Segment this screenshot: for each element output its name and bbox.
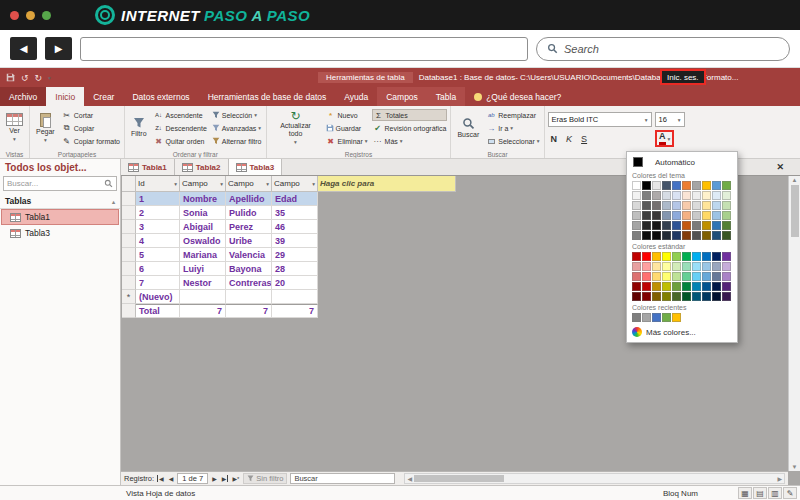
color-swatch[interactable]	[672, 292, 681, 301]
save-icon[interactable]	[6, 73, 15, 82]
remove-sort-button[interactable]: ✖Quitar orden	[153, 135, 208, 147]
add-field-header[interactable]: Haga clic para	[318, 176, 456, 192]
color-swatch[interactable]	[662, 292, 671, 301]
color-swatch[interactable]	[692, 211, 701, 220]
color-swatch[interactable]	[662, 181, 671, 190]
color-swatch[interactable]	[692, 272, 701, 281]
datasheet-cell[interactable]: Abigail	[180, 220, 226, 234]
column-header-id[interactable]: Id▾	[136, 176, 180, 192]
save-record-button[interactable]: Guardar	[325, 122, 369, 134]
color-swatch[interactable]	[682, 272, 691, 281]
color-swatch[interactable]	[722, 181, 731, 190]
color-swatch[interactable]	[662, 252, 671, 261]
color-swatch[interactable]	[692, 201, 701, 210]
automatic-color-option[interactable]: Automático	[632, 155, 732, 170]
datasheet-cell[interactable]: 39	[272, 234, 318, 248]
color-swatch[interactable]	[632, 201, 641, 210]
color-swatch[interactable]	[672, 313, 681, 322]
datasheet-cell[interactable]: Total	[136, 304, 180, 318]
color-swatch[interactable]	[642, 292, 651, 301]
chevron-down-icon[interactable]: ▾	[48, 75, 51, 81]
color-swatch[interactable]	[662, 262, 671, 271]
color-swatch[interactable]	[692, 282, 701, 291]
datasheet-cell[interactable]: Valencia	[226, 248, 272, 262]
horizontal-scrollbar[interactable]: ◀ ▶	[404, 473, 785, 484]
datasheet-cell[interactable]: Sonia	[180, 206, 226, 220]
row-selector[interactable]	[122, 276, 136, 290]
color-swatch[interactable]	[722, 211, 731, 220]
more-colors-option[interactable]: Más colores...	[632, 327, 732, 337]
find-button[interactable]: Buscar	[454, 108, 482, 148]
row-selector[interactable]	[122, 248, 136, 262]
color-swatch[interactable]	[712, 272, 721, 281]
tab-crear[interactable]: Crear	[84, 87, 123, 106]
color-swatch[interactable]	[642, 201, 651, 210]
color-swatch[interactable]	[632, 262, 641, 271]
pivot-view-button[interactable]: ▤	[753, 487, 767, 499]
previous-record-button[interactable]: ◀	[168, 475, 175, 482]
color-swatch[interactable]	[712, 252, 721, 261]
refresh-all-button[interactable]: ↻ Actualizar todo ▾	[270, 108, 322, 148]
row-selector[interactable]	[122, 262, 136, 276]
more-records-button[interactable]: ···Más▾	[372, 135, 448, 147]
color-swatch[interactable]	[662, 272, 671, 281]
color-swatch[interactable]	[702, 201, 711, 210]
color-swatch[interactable]	[672, 282, 681, 291]
address-input[interactable]	[80, 37, 528, 61]
color-swatch[interactable]	[712, 292, 721, 301]
nav-item-tabla3[interactable]: Tabla3	[2, 226, 118, 240]
color-swatch[interactable]	[662, 191, 671, 200]
paste-button[interactable]: Pegar ▾	[33, 108, 58, 148]
column-header-campo1[interactable]: Campo▾	[180, 176, 226, 192]
datasheet-cell[interactable]: 7	[226, 304, 272, 318]
color-swatch[interactable]	[722, 262, 731, 271]
forward-button[interactable]: ▶	[45, 37, 72, 60]
doc-tab-tabla2[interactable]: Tabla2	[175, 159, 229, 175]
datasheet-cell[interactable]: Oswaldo	[180, 234, 226, 248]
undo-icon[interactable]: ↺	[21, 73, 29, 83]
tab-tabla[interactable]: Tabla	[427, 87, 465, 106]
color-swatch[interactable]	[652, 292, 661, 301]
chart-view-button[interactable]: ▥	[768, 487, 782, 499]
datasheet-cell[interactable]: Perez	[226, 220, 272, 234]
filter-button[interactable]: Filtro	[128, 108, 150, 148]
new-record-button[interactable]: *Nuevo	[325, 109, 369, 121]
datasheet-cell[interactable]: 46	[272, 220, 318, 234]
color-swatch[interactable]	[642, 231, 651, 240]
tab-campos[interactable]: Campos	[377, 87, 427, 106]
row-selector[interactable]	[122, 220, 136, 234]
sign-in-button[interactable]: Inic. ses.	[660, 69, 706, 85]
row-selector[interactable]: *	[122, 290, 136, 304]
color-swatch[interactable]	[632, 211, 641, 220]
advanced-button[interactable]: Avanzadas▾	[211, 122, 263, 134]
filter-state-button[interactable]: Sin filtro	[243, 473, 287, 484]
row-selector[interactable]	[122, 206, 136, 220]
color-swatch[interactable]	[632, 272, 641, 281]
totals-button[interactable]: ΣTotales	[372, 109, 448, 121]
tab-herramientas-bd[interactable]: Herramientas de base de datos	[199, 87, 336, 106]
datasheet-cell[interactable]: 4	[136, 234, 180, 248]
color-swatch[interactable]	[722, 272, 731, 281]
color-swatch[interactable]	[702, 181, 711, 190]
tab-archivo[interactable]: Archivo	[0, 87, 46, 106]
minimize-dot-icon[interactable]	[26, 11, 35, 20]
bold-button[interactable]: N	[548, 134, 561, 144]
color-swatch[interactable]	[632, 231, 641, 240]
color-swatch[interactable]	[712, 181, 721, 190]
datasheet-cell[interactable]: 29	[272, 248, 318, 262]
color-swatch[interactable]	[682, 262, 691, 271]
color-swatch[interactable]	[652, 181, 661, 190]
scroll-right-icon[interactable]: ▶	[777, 475, 782, 482]
datasheet-cell[interactable]	[272, 290, 318, 304]
color-swatch[interactable]	[722, 282, 731, 291]
color-swatch[interactable]	[642, 181, 651, 190]
datasheet-cell[interactable]	[180, 290, 226, 304]
datasheet-cell[interactable]: Edad	[272, 192, 318, 206]
color-swatch[interactable]	[712, 231, 721, 240]
color-swatch[interactable]	[702, 282, 711, 291]
datasheet-cell[interactable]: 7	[180, 304, 226, 318]
toggle-filter-button[interactable]: Alternar filtro	[211, 135, 263, 147]
color-swatch[interactable]	[642, 282, 651, 291]
color-swatch[interactable]	[702, 221, 711, 230]
color-swatch[interactable]	[672, 211, 681, 220]
